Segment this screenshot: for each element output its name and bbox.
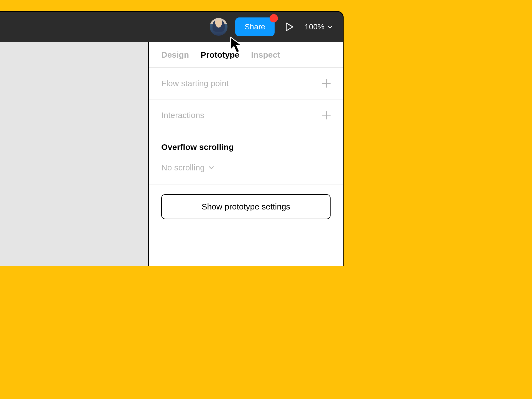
- show-prototype-settings-button[interactable]: Show prototype settings: [161, 194, 331, 219]
- overflow-scrolling-dropdown[interactable]: No scrolling: [161, 163, 214, 172]
- canvas[interactable]: [0, 42, 148, 266]
- overflow-scrolling-section: Overflow scrolling No scrolling: [149, 131, 343, 185]
- zoom-dropdown[interactable]: 100%: [305, 22, 334, 31]
- chevron-down-icon: [327, 25, 333, 29]
- prototype-settings-section: Show prototype settings: [149, 185, 343, 229]
- overflow-section-label: Overflow scrolling: [161, 142, 331, 152]
- flow-starting-point-section: Flow starting point: [149, 68, 343, 99]
- tab-design[interactable]: Design: [161, 50, 189, 60]
- interactions-section-label: Interactions: [161, 111, 204, 120]
- share-button[interactable]: Share: [235, 17, 275, 36]
- panel-tabs: Design Prototype Inspect: [149, 42, 343, 68]
- play-button[interactable]: [282, 20, 297, 34]
- notification-dot-icon: [270, 14, 278, 22]
- toolbar: Share 100%: [0, 12, 343, 42]
- interactions-section: Interactions: [149, 99, 343, 131]
- flow-section-label: Flow starting point: [161, 79, 229, 88]
- play-icon: [286, 22, 293, 31]
- add-flow-button[interactable]: [322, 79, 331, 88]
- tab-inspect[interactable]: Inspect: [251, 50, 280, 60]
- app-window: Share 100% Design Prototype Inspect Flow: [0, 11, 344, 266]
- overflow-value-label: No scrolling: [161, 163, 205, 172]
- add-interaction-button[interactable]: [322, 111, 331, 119]
- zoom-level-label: 100%: [305, 22, 324, 31]
- tab-prototype[interactable]: Prototype: [201, 50, 239, 60]
- body: Design Prototype Inspect Flow starting p…: [0, 42, 343, 266]
- chevron-down-icon: [209, 166, 214, 169]
- properties-panel: Design Prototype Inspect Flow starting p…: [148, 42, 343, 266]
- share-button-label: Share: [245, 22, 265, 31]
- avatar[interactable]: [210, 18, 227, 36]
